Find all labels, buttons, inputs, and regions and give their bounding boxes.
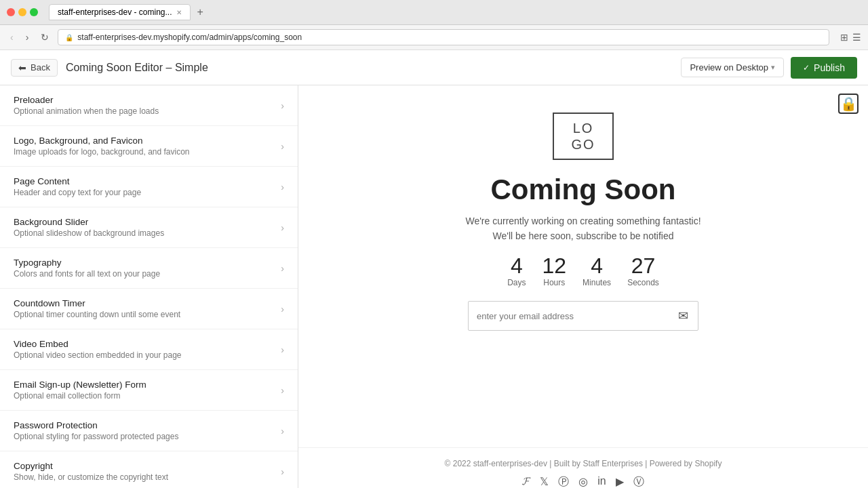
- header-actions: Preview on Desktop ▾ ✓ Publish: [681, 57, 857, 79]
- countdown-seconds: 27 Seconds: [627, 255, 659, 287]
- chevron-right-icon: ›: [281, 141, 284, 152]
- page-title: Coming Soon Editor – Simple: [66, 62, 208, 74]
- instagram-icon[interactable]: ◎: [578, 475, 588, 488]
- browser-chrome: staff-enterprises-dev - coming... ✕ +: [0, 0, 868, 25]
- preview-label: Preview on Desktop: [690, 62, 768, 73]
- linkedin-icon[interactable]: in: [597, 475, 606, 488]
- menu-item[interactable]: Copyright Show, hide, or customize the c…: [0, 451, 298, 488]
- publish-checkmark-icon: ✓: [803, 63, 810, 73]
- tab-close-icon[interactable]: ✕: [176, 9, 182, 16]
- chevron-right-icon: ›: [281, 426, 284, 436]
- menu-item-text-1: Logo, Background, and Favicon Image uplo…: [14, 136, 190, 157]
- menu-item[interactable]: Logo, Background, and Favicon Image uplo…: [0, 126, 298, 167]
- menu-item[interactable]: Typography Colors and fonts for all text…: [0, 248, 298, 289]
- traffic-lights: [7, 8, 38, 16]
- email-submit-button[interactable]: ✉: [669, 302, 698, 330]
- menu-item-title-3: Background Slider: [14, 217, 164, 227]
- days-label: Days: [507, 278, 526, 287]
- reload-button[interactable]: ↻: [37, 30, 52, 44]
- email-signup-form: ✉: [468, 301, 698, 331]
- menu-item-text-7: Email Sign-up (Newsletter) Form Optional…: [14, 380, 146, 401]
- menu-item[interactable]: Video Embed Optional video section embed…: [0, 329, 298, 370]
- menu-item[interactable]: Preloader Optional animation when the pa…: [0, 85, 298, 126]
- menu-item-desc-9: Show, hide, or customize the copyright t…: [14, 472, 168, 482]
- menu-item-text-8: Password Protection Optional styling for…: [14, 420, 178, 441]
- address-bar[interactable]: 🔒 staff-enterprises-dev.myshopify.com/ad…: [58, 29, 829, 45]
- back-button[interactable]: ⬅ Back: [11, 59, 58, 77]
- url-text: staff-enterprises-dev.myshopify.com/admi…: [77, 33, 302, 42]
- menu-item-desc-1: Image uploads for logo, background, and …: [14, 147, 190, 157]
- menu-item-title-4: Typography: [14, 258, 160, 268]
- extensions-button[interactable]: ⊞: [840, 32, 848, 43]
- menu-item[interactable]: Page Content Header and copy text for yo…: [0, 167, 298, 207]
- main-layout: Preloader Optional animation when the pa…: [0, 85, 868, 488]
- minimize-button[interactable]: [18, 8, 26, 16]
- preview-content: LO GO Coming Soon We're currently workin…: [298, 85, 868, 447]
- twitter-icon[interactable]: 𝕏: [540, 475, 549, 488]
- publish-label: Publish: [814, 62, 845, 73]
- minutes-value: 4: [591, 255, 603, 277]
- seconds-value: 27: [631, 255, 656, 277]
- chevron-right-icon: ›: [281, 385, 284, 396]
- menu-item-title-0: Preloader: [14, 95, 159, 105]
- menu-item-title-1: Logo, Background, and Favicon: [14, 136, 190, 146]
- countdown-timer: 4 Days 12 Hours 4 Minutes 27 Seconds: [507, 255, 659, 287]
- active-tab[interactable]: staff-enterprises-dev - coming... ✕: [49, 4, 191, 20]
- menu-item-text-2: Page Content Header and copy text for yo…: [14, 176, 141, 197]
- menu-item[interactable]: Password Protection Optional styling for…: [0, 411, 298, 451]
- hours-value: 12: [542, 255, 567, 277]
- preview-desktop-button[interactable]: Preview on Desktop ▾: [681, 58, 784, 77]
- chevron-right-icon: ›: [281, 182, 284, 192]
- menu-item-text-9: Copyright Show, hide, or customize the c…: [14, 461, 168, 482]
- browser-actions: ⊞ ☰: [840, 32, 861, 43]
- minutes-label: Minutes: [583, 278, 611, 287]
- close-button[interactable]: [7, 8, 15, 16]
- maximize-button[interactable]: [30, 8, 38, 16]
- menu-item-title-9: Copyright: [14, 461, 168, 471]
- preview-subtext2: We'll be here soon, subscribe to be noti…: [492, 230, 673, 241]
- menu-item[interactable]: Email Sign-up (Newsletter) Form Optional…: [0, 370, 298, 411]
- seconds-label: Seconds: [627, 278, 659, 287]
- preview-dropdown-icon: ▾: [771, 63, 775, 72]
- menu-item-desc-6: Optional video section embedded in your …: [14, 350, 182, 360]
- facebook-icon[interactable]: 𝓕: [522, 475, 530, 488]
- pinterest-icon[interactable]: Ⓟ: [558, 475, 569, 488]
- back-arrow-icon: ⬅: [18, 62, 26, 73]
- secure-lock-icon: 🔒: [65, 34, 73, 41]
- profile-button[interactable]: ☰: [852, 32, 861, 43]
- countdown-minutes: 4 Minutes: [583, 255, 611, 287]
- chevron-right-icon: ›: [281, 100, 284, 111]
- menu-item[interactable]: Countdown Timer Optional timer counting …: [0, 289, 298, 329]
- new-tab-button[interactable]: +: [195, 6, 206, 18]
- countdown-days: 4 Days: [507, 255, 526, 287]
- email-input[interactable]: [469, 304, 669, 328]
- lock-icon: 🔒: [838, 94, 859, 114]
- days-value: 4: [511, 255, 523, 277]
- youtube-icon[interactable]: ▶: [616, 475, 624, 488]
- publish-button[interactable]: ✓ Publish: [791, 57, 857, 79]
- menu-item-title-8: Password Protection: [14, 420, 178, 430]
- back-nav-button[interactable]: ‹: [7, 30, 17, 44]
- tab-title: staff-enterprises-dev - coming...: [58, 7, 172, 17]
- menu-item-text-4: Typography Colors and fonts for all text…: [14, 258, 160, 279]
- menu-item-desc-5: Optional timer counting down until some …: [14, 310, 180, 319]
- menu-item-text-6: Video Embed Optional video section embed…: [14, 339, 182, 360]
- logo-line1: LO: [571, 120, 595, 136]
- back-label: Back: [31, 62, 50, 73]
- menu-item[interactable]: Background Slider Optional slideshow of …: [0, 207, 298, 248]
- menu-item-desc-0: Optional animation when the page loads: [14, 106, 159, 116]
- coming-soon-heading: Coming Soon: [491, 174, 676, 206]
- vimeo-icon[interactable]: Ⓥ: [633, 475, 644, 488]
- menu-item-desc-2: Header and copy text for your page: [14, 188, 141, 197]
- logo-line2: GO: [571, 136, 595, 152]
- hours-label: Hours: [543, 278, 565, 287]
- menu-item-text-5: Countdown Timer Optional timer counting …: [14, 298, 180, 319]
- logo-placeholder: LO GO: [553, 113, 614, 160]
- left-panel: Preloader Optional animation when the pa…: [0, 85, 298, 488]
- chevron-right-icon: ›: [281, 263, 284, 274]
- right-panel: 🔒 LO GO Coming Soon We're currently work…: [298, 85, 868, 488]
- preview-subtext1: We're currently working on creating some…: [465, 216, 701, 226]
- footer-copyright: © 2022 staff-enterprises-dev | Built by …: [312, 459, 854, 468]
- forward-nav-button[interactable]: ›: [22, 30, 33, 44]
- menu-item-title-6: Video Embed: [14, 339, 182, 349]
